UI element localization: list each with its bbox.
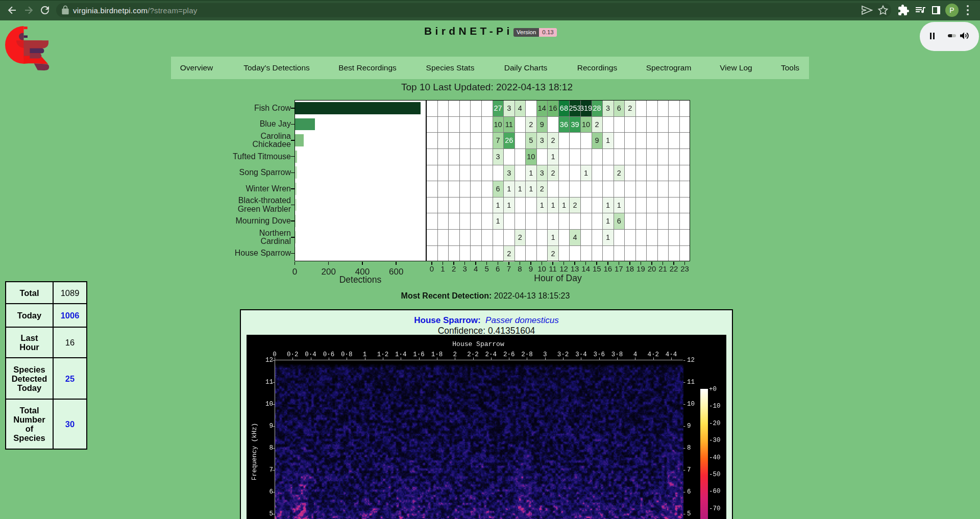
svg-text:P: P bbox=[949, 6, 954, 14]
